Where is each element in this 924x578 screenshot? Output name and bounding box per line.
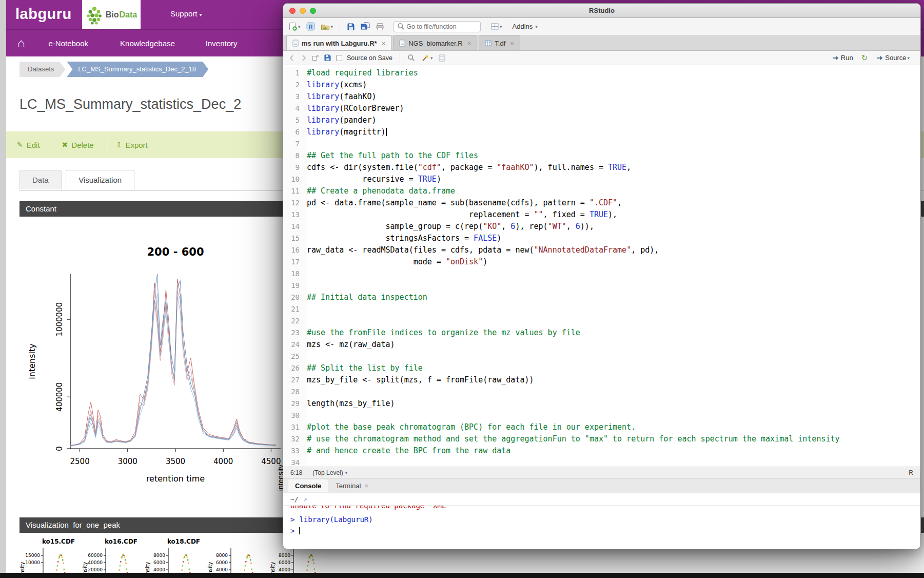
minimize-window-button[interactable] (300, 8, 306, 14)
new-project-button[interactable]: R (305, 21, 317, 32)
code-line[interactable]: 31#plot the base peak chromatogram (BPC)… (283, 421, 920, 433)
tab-console[interactable]: Console (288, 479, 328, 492)
code-line[interactable]: 26## Split the list by file (283, 362, 920, 374)
code-line[interactable]: 17 mode = "onDisk") (283, 256, 920, 268)
addins-menu[interactable]: Addins ▾ (513, 23, 538, 30)
console-output[interactable]: unable to find required package 'XML' >l… (283, 506, 920, 549)
editor-toolbar-right: Run ↻ Source ▾ (830, 53, 915, 63)
goto-file-input[interactable] (406, 23, 477, 30)
save-icon[interactable] (324, 54, 331, 62)
code-line[interactable]: 7 (283, 138, 920, 150)
code-line[interactable]: 33# and hence create the BPC from the ra… (283, 445, 920, 457)
line-number: 10 (283, 174, 307, 185)
tab-terminal[interactable]: Terminal × (329, 479, 375, 492)
code-line[interactable]: 27mzs_by_file <- split(mzs, f = fromFile… (283, 374, 920, 386)
code-line[interactable]: 2library(xcms) (283, 79, 920, 91)
file-tab-tdf[interactable]: T.df × (479, 35, 520, 50)
close-window-button[interactable] (289, 8, 296, 14)
open-file-button[interactable]: ▾ (319, 22, 335, 32)
code-line[interactable]: 3library(faahKO) (283, 91, 920, 103)
nav-item-inventory[interactable]: Inventory (206, 39, 238, 48)
code-line[interactable]: 13 replacement = "", fixed = TRUE), (283, 209, 920, 221)
code-line[interactable]: 25 (283, 351, 920, 362)
code-editor[interactable]: 1#load required libraries2library(xcms)3… (283, 67, 920, 466)
forward-icon[interactable] (300, 55, 307, 61)
save-button[interactable] (345, 22, 357, 32)
source-button[interactable]: Source ▾ (874, 53, 911, 63)
close-tab-icon[interactable]: × (467, 40, 471, 47)
new-file-button[interactable]: ▾ (287, 21, 302, 32)
source-on-save-checkbox[interactable] (336, 55, 342, 61)
nav-item-knowledgebase[interactable]: Knowledgebase (120, 39, 175, 48)
file-tab-ms-run[interactable]: ms run with Labguru.R* × (286, 35, 391, 50)
print-button[interactable] (374, 22, 386, 32)
code-line[interactable]: 11## Create a phenodata data.frame (283, 185, 920, 197)
code-line[interactable]: 18 (283, 268, 920, 280)
rerun-icon[interactable]: ↻ (861, 54, 868, 62)
popout-icon[interactable] (312, 54, 319, 61)
delete-button[interactable]: ✖ Delete (62, 141, 94, 149)
export-button[interactable]: ⇩ Export (116, 141, 148, 149)
code-line[interactable]: 9cdfs <- dir(system.file("cdf", package … (283, 162, 920, 174)
external-link-icon[interactable]: ↗ (303, 495, 307, 503)
code-line[interactable]: 16raw_data <- readMSData(files = cdfs, p… (283, 244, 920, 256)
workspace-panes-button[interactable]: ▾ (489, 22, 504, 31)
clipped-output-line: unable to find required package 'XML' (290, 506, 920, 511)
code-line[interactable]: 22 (283, 315, 920, 327)
svg-text:10000: 10000 (25, 560, 40, 565)
file-tab-label: NGS_biomarker.R (408, 40, 462, 47)
console-input-line[interactable]: > (290, 525, 920, 536)
zoom-window-button[interactable] (310, 8, 316, 14)
line-number: 28 (283, 386, 307, 398)
edit-button[interactable]: ✎ Edit (17, 141, 40, 149)
code-line[interactable]: 32# use the chromatogram method and set … (283, 433, 920, 445)
code-line[interactable]: 4library(RColorBrewer) (283, 103, 920, 114)
nav-item-enotebook[interactable]: e-Notebook (49, 39, 89, 48)
data-grid-icon (485, 40, 492, 46)
code-line[interactable]: 15 stringsAsFactors = FALSE) (283, 233, 920, 244)
code-line[interactable]: 24mzs <- mz(raw_data) (283, 339, 920, 351)
biodata-badge[interactable]: BioData (82, 0, 141, 29)
support-menu[interactable]: Support▾ (170, 9, 202, 18)
run-button[interactable]: Run (830, 53, 855, 63)
code-line[interactable]: 1#load required libraries (283, 67, 920, 79)
rstudio-titlebar[interactable]: RStudio (283, 4, 920, 18)
code-tools-button[interactable]: ▾ (420, 53, 435, 63)
file-type-label[interactable]: R (909, 469, 913, 476)
goto-file-search[interactable] (394, 21, 481, 32)
close-tab-icon[interactable]: × (382, 40, 386, 47)
code-line[interactable]: 30 (283, 410, 920, 421)
tab-data[interactable]: Data (19, 170, 62, 189)
save-all-button[interactable] (359, 21, 371, 32)
code-line[interactable]: 34 (283, 457, 920, 466)
code-line[interactable]: 23#use the fromFile indices to organize … (283, 327, 920, 339)
home-icon[interactable]: ⌂ (17, 37, 25, 49)
code-line[interactable]: 5library(pander) (283, 114, 920, 126)
code-line[interactable]: 20## Initial data inspection (283, 292, 920, 303)
code-line[interactable]: 29length(mzs_by_file) (283, 398, 920, 410)
line-number: 21 (283, 303, 307, 315)
code-line[interactable]: 14 sample_group = c(rep("KO", 6), rep("W… (283, 221, 920, 233)
file-tab-ngs-biomarker[interactable]: NGS_biomarker.R × (393, 35, 477, 50)
code-line[interactable]: 10 recursive = TRUE) (283, 174, 920, 185)
code-line[interactable]: 6library(magrittr) (283, 126, 920, 138)
close-tab-icon[interactable]: × (364, 482, 368, 490)
svg-text:intensity: intensity (270, 562, 276, 573)
code-line[interactable]: 19 (283, 280, 920, 292)
back-icon[interactable] (288, 55, 296, 61)
breadcrumb-current[interactable]: LC_MS_Summary_statistics_Dec_2_18 (67, 62, 208, 77)
find-icon[interactable] (407, 54, 415, 62)
scope-selector[interactable]: (Top Level) ▾ (312, 469, 347, 476)
breadcrumb-datasets[interactable]: Datasets (19, 62, 65, 77)
code-line[interactable]: 8## Get the full path to the CDF files (283, 150, 920, 162)
code-line[interactable]: 28 (283, 386, 920, 398)
svg-text:intensity: intensity (145, 562, 150, 573)
r-script-icon (292, 40, 299, 47)
labguru-logo[interactable]: labguru (15, 6, 72, 23)
console-history-line: >library(LabguruR) (290, 514, 920, 525)
close-tab-icon[interactable]: × (510, 40, 514, 47)
compile-report-icon[interactable] (439, 54, 445, 62)
code-line[interactable]: 21 (283, 303, 920, 315)
code-line[interactable]: 12pd <- data.frame(sample_name = sub(bas… (283, 197, 920, 209)
tab-visualization[interactable]: Visualization (66, 170, 134, 189)
